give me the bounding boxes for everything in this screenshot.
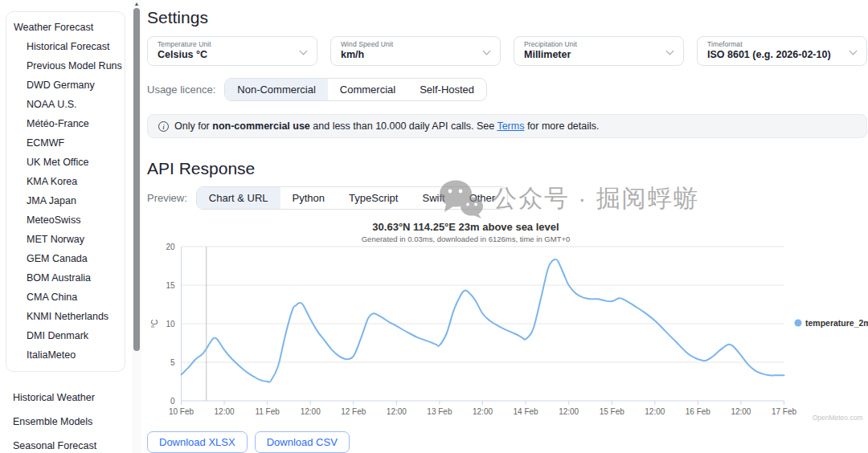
- sidebar-item[interactable]: CMA China: [6, 288, 125, 307]
- x-tick-label: 12:00: [731, 407, 751, 416]
- sidebar-item[interactable]: ECMWF: [6, 133, 125, 153]
- sidebar-item[interactable]: MET Norway: [6, 230, 125, 249]
- scroll-up-arrow-icon[interactable]: ▲: [132, 0, 141, 8]
- sidebar-item[interactable]: KMA Korea: [6, 172, 125, 191]
- licence-row: Usage licence: Non-CommercialCommercialS…: [147, 78, 862, 101]
- x-tick-label: 15 Feb: [600, 407, 625, 416]
- temperature-chart: 30.63°N 114.25°E 23m above sea levelGene…: [147, 217, 868, 424]
- sidebar-item[interactable]: BOM Australia: [6, 268, 125, 288]
- sidebar-item[interactable]: ItaliaMeteo: [6, 345, 125, 365]
- chevron-down-icon: [483, 47, 491, 55]
- vertical-scrollbar[interactable]: ▲: [132, 0, 141, 453]
- sidebar-item[interactable]: Historical Weather: [6, 386, 132, 410]
- sidebar-item[interactable]: Historical Forecast: [6, 37, 125, 56]
- sidebar-item[interactable]: UK Met Office: [6, 153, 125, 172]
- download-buttons-row: Download XLSXDownload CSV: [147, 431, 862, 453]
- notice-text: Only for non-commercial use and less tha…: [174, 120, 600, 132]
- x-tick-label: 11 Feb: [255, 407, 280, 416]
- info-icon: i: [158, 121, 169, 132]
- x-tick-label: 12:00: [387, 407, 407, 416]
- y-tick-label: 20: [166, 243, 175, 251]
- y-axis-title: °C: [150, 319, 159, 328]
- y-tick-label: 0: [170, 397, 175, 406]
- x-tick-label: 13 Feb: [427, 407, 452, 416]
- preview-tab[interactable]: TypeScript: [337, 187, 410, 209]
- x-tick-label: 12:00: [301, 407, 321, 416]
- page-title: Settings: [147, 8, 862, 27]
- preview-tab[interactable]: Python: [280, 187, 337, 209]
- sidebar-card: Weather ForecastHistorical ForecastPrevi…: [6, 11, 125, 372]
- sidebar-item[interactable]: Previous Model Runs: [6, 56, 125, 76]
- sidebar-bottom: Historical WeatherEnsemble ModelsSeasona…: [6, 386, 132, 453]
- preview-row: Preview: Chart & URLPythonTypeScriptSwif…: [147, 186, 862, 210]
- app-window: Weather ForecastHistorical ForecastPrevi…: [0, 0, 868, 453]
- terms-link[interactable]: Terms: [497, 120, 524, 132]
- x-tick-label: 14 Feb: [514, 407, 539, 416]
- x-tick-label: 12:00: [215, 407, 235, 416]
- chevron-down-icon: [666, 47, 674, 55]
- sidebar-item[interactable]: JMA Japan: [6, 191, 125, 210]
- x-tick-label: 12:00: [473, 407, 493, 416]
- select-label: Wind Speed Unit: [341, 40, 479, 48]
- x-tick-label: 16 Feb: [686, 407, 711, 416]
- sidebar-item[interactable]: Météo-France: [6, 114, 125, 133]
- y-tick-label: 5: [170, 358, 175, 367]
- x-tick-label: 12:00: [645, 407, 665, 416]
- legend-marker-icon: [795, 320, 802, 327]
- select-label: Temperature Unit: [158, 40, 296, 48]
- unit-select[interactable]: Wind Speed Unitkm/h: [330, 36, 501, 66]
- scrollbar-thumb[interactable]: [133, 8, 140, 351]
- sidebar-item[interactable]: Seasonal Forecast: [6, 434, 132, 453]
- chart-container: 30.63°N 114.25°E 23m above sea levelGene…: [147, 217, 868, 424]
- series-line-temperature_2m: [182, 259, 784, 382]
- licence-option[interactable]: Non-Commercial: [225, 79, 328, 100]
- preview-tabs-group: Chart & URLPythonTypeScriptSwiftOther: [196, 186, 508, 210]
- licence-options-group: Non-CommercialCommercialSelf-Hosted: [224, 78, 487, 101]
- unit-select[interactable]: Precipitation UnitMillimeter: [514, 36, 684, 66]
- y-tick-label: 10: [166, 320, 175, 329]
- select-label: Precipitation Unit: [524, 40, 662, 48]
- sidebar: Weather ForecastHistorical ForecastPrevi…: [0, 0, 132, 453]
- select-value: km/h: [341, 49, 479, 60]
- sidebar-item[interactable]: DMI Denmark: [6, 326, 125, 345]
- x-tick-label: 12:00: [559, 407, 579, 416]
- sidebar-item[interactable]: GEM Canada: [6, 249, 125, 268]
- preview-tab[interactable]: Swift: [410, 187, 457, 209]
- chart-subtitle: Generated in 0.03ms, downloaded in 6126m…: [362, 235, 571, 243]
- download-button[interactable]: Download CSV: [255, 431, 350, 453]
- x-tick-label: 10 Feb: [169, 407, 194, 416]
- legend-item-temperature_2m[interactable]: temperature_2m: [805, 318, 868, 328]
- sidebar-item[interactable]: DWD Germany: [6, 76, 125, 95]
- licence-label: Usage licence:: [147, 84, 215, 96]
- unit-selects-row: Temperature UnitCelsius °CWind Speed Uni…: [147, 36, 867, 66]
- preview-tab[interactable]: Chart & URL: [197, 187, 280, 209]
- api-response-title: API Response: [147, 159, 862, 178]
- sidebar-item[interactable]: Weather Forecast: [6, 18, 125, 37]
- select-value: ISO 8601 (e.g. 2026-02-10): [707, 49, 845, 60]
- x-tick-label: 17 Feb: [772, 407, 797, 416]
- sidebar-item[interactable]: Ensemble Models: [6, 410, 132, 434]
- preview-label: Preview:: [147, 192, 187, 204]
- chevron-down-icon: [850, 47, 858, 55]
- main-content: Settings Temperature UnitCelsius °CWind …: [141, 0, 862, 453]
- notice-banner: i Only for non-commercial use and less t…: [147, 114, 867, 138]
- licence-option[interactable]: Self-Hosted: [407, 79, 486, 100]
- openmeteo-watermark: OpenMeteo.com: [813, 414, 863, 422]
- preview-tab[interactable]: Other: [457, 187, 508, 209]
- select-label: Timeformat: [707, 40, 845, 48]
- chevron-down-icon: [300, 47, 308, 55]
- unit-select[interactable]: TimeformatISO 8601 (e.g. 2026-02-10): [697, 36, 867, 66]
- sidebar-item[interactable]: KNMI Netherlands: [6, 307, 125, 326]
- select-value: Celsius °C: [158, 49, 296, 60]
- y-tick-label: 15: [166, 281, 175, 290]
- x-tick-label: 12 Feb: [341, 407, 366, 416]
- select-value: Millimeter: [524, 49, 662, 60]
- chart-title: 30.63°N 114.25°E 23m above sea level: [372, 221, 559, 233]
- download-button[interactable]: Download XLSX: [147, 431, 248, 453]
- sidebar-item[interactable]: MeteoSwiss: [6, 210, 125, 230]
- unit-select[interactable]: Temperature UnitCelsius °C: [147, 36, 317, 66]
- sidebar-item[interactable]: NOAA U.S.: [6, 95, 125, 114]
- licence-option[interactable]: Commercial: [328, 79, 407, 100]
